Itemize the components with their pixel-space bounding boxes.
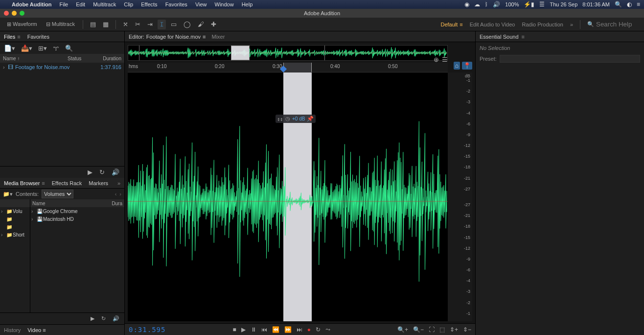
col-status[interactable]: Status (68, 56, 94, 61)
tab-video[interactable]: Video ≡ (27, 327, 46, 333)
zoom-full-icon[interactable]: ⛶ (429, 326, 435, 333)
disclosure-icon[interactable]: › (3, 64, 8, 70)
search-help[interactable]: 🔍 (587, 21, 640, 28)
menu-effects[interactable]: Effects (141, 1, 157, 7)
loop-preview-icon[interactable]: ↻ (99, 168, 105, 176)
slip-tool[interactable]: ⇥ (145, 20, 155, 29)
tab-effectsrack[interactable]: Effects Rack (52, 180, 82, 186)
hud-pin-icon[interactable]: 📌 (307, 116, 314, 122)
menu-favorites[interactable]: Favorites (165, 1, 187, 7)
spectral-freq-button[interactable]: ▤ (88, 20, 98, 29)
workspace-more[interactable]: » (570, 22, 573, 27)
rewind-button[interactable]: ⏪ (272, 326, 279, 333)
hud-gain[interactable]: ⫾⫾ ◷ +0 dB 📌 (276, 115, 316, 123)
stop-button[interactable]: ■ (232, 326, 236, 333)
tab-editor[interactable]: Editor: Footage for Noise.mov ≡ (129, 34, 206, 40)
waveform-mode-button[interactable]: ⊞ Waveform (4, 20, 40, 28)
menubar-date[interactable]: Thu 26 Sep (550, 1, 577, 7)
new-multitrack-icon[interactable]: ⊞▾ (37, 45, 48, 52)
menu-help[interactable]: Help (242, 1, 253, 7)
search-files-icon[interactable]: 🔍 (64, 45, 74, 52)
import-icon[interactable]: 📥▾ (20, 45, 33, 52)
mb-left-row[interactable]: 📁 (0, 215, 30, 223)
menu-view[interactable]: View (195, 1, 207, 7)
app-name[interactable]: Adobe Audition (12, 1, 51, 7)
mb-play-icon[interactable]: ▶ (91, 315, 94, 322)
spectral-pitch-button[interactable]: ▦ (101, 20, 111, 29)
mb-row[interactable]: ›💾Google Chrome (30, 207, 124, 215)
nav-fwd-icon[interactable]: › (119, 191, 121, 197)
overview-waveform[interactable] (128, 45, 448, 61)
multitrack-mode-button[interactable]: ⊟ Multitrack (43, 20, 78, 28)
forward-button[interactable]: ⏩ (284, 326, 292, 333)
spotlight-icon[interactable]: 🔍 (615, 1, 622, 8)
overview-selection[interactable] (231, 46, 250, 60)
workspace-edit-video[interactable]: Edit Audio to Video (470, 22, 515, 27)
menu-clip[interactable]: Clip (124, 1, 133, 7)
col-duration[interactable]: Duration (94, 56, 121, 61)
mb-row[interactable]: ›💾Macintosh HD (30, 215, 124, 223)
mb-left-row[interactable]: ›📁Short (0, 231, 30, 239)
tab-essential-sound[interactable]: Essential Sound (480, 34, 519, 40)
files-columns[interactable]: Name ↑ Status Duration (0, 54, 124, 63)
siri-icon[interactable]: ◐ (627, 1, 632, 8)
menu-multitrack[interactable]: Multitrack (93, 1, 116, 7)
mb-loop-icon[interactable]: ↻ (101, 315, 106, 322)
tab-markers[interactable]: Markers (89, 180, 108, 186)
time-selection-tool[interactable]: 𝙸 (158, 20, 166, 29)
ruler-selection[interactable] (283, 63, 312, 72)
filter-icon[interactable]: 🝖 (52, 45, 60, 52)
menu-file[interactable]: File (59, 1, 68, 7)
skip-selection-button[interactable]: ⤳ (325, 326, 330, 333)
mb-left-row[interactable]: ›📁Volu (0, 207, 30, 215)
workspace-default[interactable]: Default ≡ (440, 22, 462, 27)
mb-col-name[interactable]: Name (32, 201, 112, 206)
menu-edit[interactable]: Edit (76, 1, 85, 7)
tab-mixer[interactable]: Mixer (212, 34, 225, 40)
cloud-icon[interactable]: ☁ (474, 1, 480, 8)
brush-tool[interactable]: 🖌 (196, 20, 206, 29)
file-row[interactable]: › 🎞 Footage for Noise.mov 1:37.916 (0, 63, 124, 72)
spot-heal-tool[interactable]: ✚ (209, 20, 218, 29)
close-window-button[interactable] (4, 11, 9, 16)
workspace-radio[interactable]: Radio Production (522, 22, 563, 27)
minimize-window-button[interactable] (12, 11, 17, 16)
menubar-time[interactable]: 8:01:36 AM (582, 1, 610, 7)
lasso-tool[interactable]: ◯ (182, 20, 193, 29)
mb-col-dur[interactable]: Dura (112, 201, 122, 206)
search-input[interactable] (596, 21, 640, 28)
move-tool[interactable]: ⤧ (121, 20, 130, 29)
wifi-icon[interactable]: ⧘ (485, 1, 488, 8)
tab-favorites[interactable]: Favorites (27, 34, 49, 40)
record-button[interactable]: ● (307, 326, 311, 333)
shortcuts-icon[interactable]: 📁▾ (3, 191, 13, 197)
nav-up-icon[interactable]: ‹ (115, 191, 117, 197)
pin-markers-icon[interactable]: 📍 (462, 62, 472, 70)
mb-left-row[interactable]: 📁 (0, 223, 30, 231)
pin-cti-icon[interactable]: ⌂ (454, 62, 460, 70)
razor-tool[interactable]: ✂ (133, 20, 142, 29)
contents-dropdown[interactable]: Volumes (42, 190, 73, 198)
hud-gain-value[interactable]: +0 dB (292, 116, 305, 121)
go-end-button[interactable]: ⏭ (297, 326, 302, 333)
pause-button[interactable]: ⏸ (251, 326, 256, 333)
control-center-icon[interactable]: ☰ (539, 1, 545, 8)
go-start-button[interactable]: ⏮ (261, 326, 267, 333)
time-ruler[interactable]: hms 0:10 0:20 0:30 0:40 0:50 (128, 63, 448, 72)
timecode-display[interactable]: 0:31.595 (129, 326, 165, 334)
col-name[interactable]: Name ↑ (3, 56, 68, 61)
open-file-icon[interactable]: 📄▾ (3, 45, 16, 52)
zoom-window-button[interactable] (20, 11, 24, 16)
volume-icon[interactable]: 🔊 (493, 1, 500, 8)
marquee-tool[interactable]: ▭ (169, 20, 179, 29)
zoom-out-icon[interactable]: 🔍− (413, 326, 424, 333)
waveform-display[interactable]: ⫾⫾ ◷ +0 dB 📌 (128, 72, 448, 321)
mb-autoplay-icon[interactable]: 🔊 (113, 315, 119, 322)
zoom-out-vert-icon[interactable]: ⇕− (463, 326, 471, 333)
play-button[interactable]: ▶ (241, 326, 246, 333)
zoom-selection-icon[interactable]: ⬚ (439, 326, 445, 333)
notification-icon[interactable]: ≡ (637, 1, 640, 8)
play-preview-icon[interactable]: ▶ (88, 168, 92, 176)
autoplay-preview-icon[interactable]: 🔊 (112, 168, 119, 176)
zoom-in-vert-icon[interactable]: ⇕+ (450, 326, 458, 333)
